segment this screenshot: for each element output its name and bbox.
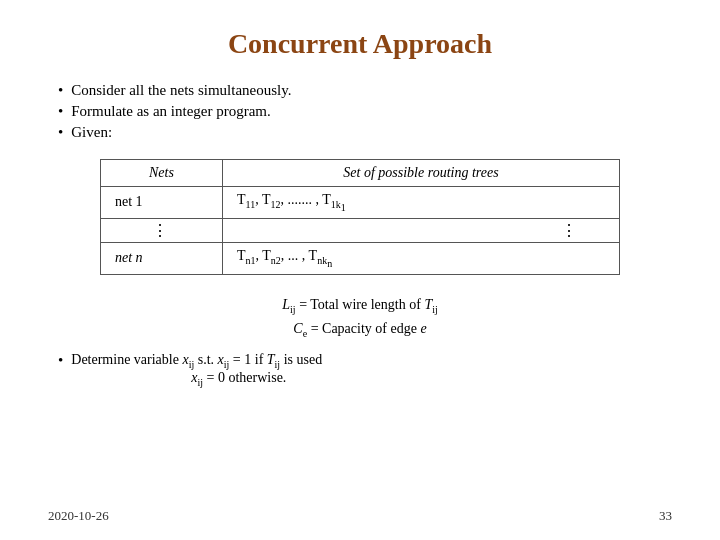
bottom-bullet-dot: •	[58, 352, 63, 369]
dots-col-left: ⋮	[101, 218, 223, 242]
bullet-item-1: • Consider all the nets simultaneously.	[58, 82, 672, 99]
table-header-row: Nets Set of possible routing trees	[101, 160, 620, 187]
formula-lij: Lij = Total wire length of Tij	[48, 293, 672, 318]
dots-col-right: ⋮	[222, 218, 619, 242]
formula-ce: Ce = Capacity of edge e	[48, 317, 672, 342]
bullet-text-2: Formulate as an integer program.	[71, 103, 271, 120]
netn-label: net n	[101, 242, 223, 274]
routing-table: Nets Set of possible routing trees net 1…	[100, 159, 620, 275]
net1-trees: T11, T12, ....... , T1k1	[222, 187, 619, 219]
col-header-nets: Nets	[101, 160, 223, 187]
table-row-dots: ⋮ ⋮	[101, 218, 620, 242]
bullet-dot-1: •	[58, 82, 63, 99]
table-row-net1: net 1 T11, T12, ....... , T1k1	[101, 187, 620, 219]
footer-date: 2020-10-26	[48, 508, 109, 524]
bullet-dot-3: •	[58, 124, 63, 141]
bottom-bullet-wrapper: • Determine variable xij s.t. xij = 1 if…	[48, 352, 672, 388]
col-header-trees: Set of possible routing trees	[222, 160, 619, 187]
bullet-dot-2: •	[58, 103, 63, 120]
slide-title: Concurrent Approach	[48, 28, 672, 60]
bullet-item-2: • Formulate as an integer program.	[58, 103, 672, 120]
routing-table-wrapper: Nets Set of possible routing trees net 1…	[100, 159, 620, 275]
bullet-item-3: • Given:	[58, 124, 672, 141]
footer: 2020-10-26 33	[48, 508, 672, 524]
formula-block: Lij = Total wire length of Tij Ce = Capa…	[48, 293, 672, 343]
bullet-text-3: Given:	[71, 124, 112, 141]
bullet-list: • Consider all the nets simultaneously. …	[48, 82, 672, 145]
slide: Concurrent Approach • Consider all the n…	[0, 0, 720, 540]
bottom-bullet-text: Determine variable xij s.t. xij = 1 if T…	[71, 352, 322, 388]
bullet-text-1: Consider all the nets simultaneously.	[71, 82, 291, 99]
netn-trees: Tn1, Tn2, ... , Tnkn	[222, 242, 619, 274]
table-row-netn: net n Tn1, Tn2, ... , Tnkn	[101, 242, 620, 274]
net1-label: net 1	[101, 187, 223, 219]
footer-page: 33	[659, 508, 672, 524]
